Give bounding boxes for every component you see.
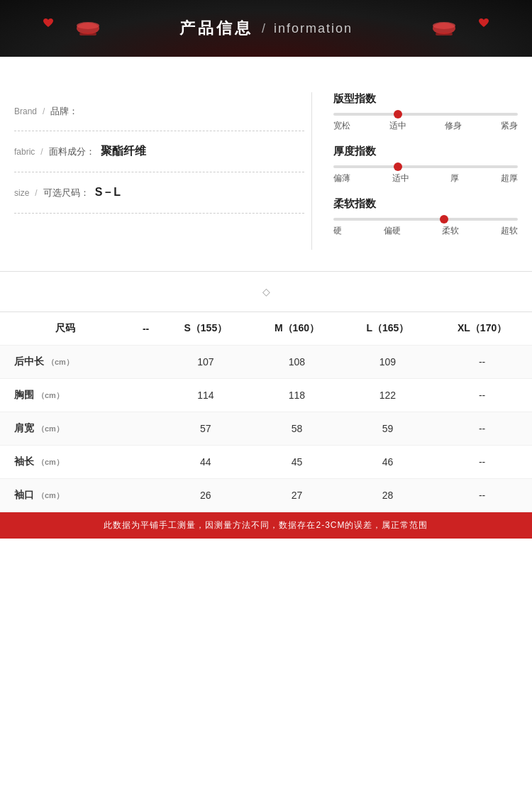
softness-label-0: 硬 xyxy=(333,225,342,237)
shape-label-1: 适中 xyxy=(389,120,406,132)
brand-label-en: Brand xyxy=(14,106,37,116)
shape-slider-labels: 宽松 适中 修身 紧身 xyxy=(333,120,518,132)
banner-deco-left xyxy=(43,18,101,38)
softness-label-3: 超软 xyxy=(501,225,518,237)
col-header-size: 尺码 xyxy=(0,312,131,346)
row-l-3: 46 xyxy=(343,446,432,479)
row-xl-3: -- xyxy=(432,446,532,479)
svg-point-4 xyxy=(433,22,455,29)
row-m-1: 118 xyxy=(250,379,343,412)
row-l-1: 122 xyxy=(343,379,432,412)
fabric-label-en: fabric xyxy=(14,147,35,157)
thickness-slider-thumb xyxy=(394,162,402,171)
shape-slider-thumb xyxy=(394,110,402,118)
row-s-0: 107 xyxy=(161,346,251,379)
title-en: information xyxy=(274,21,353,36)
row-name-2: 肩宽 （cm） xyxy=(0,412,131,446)
row-s-4: 26 xyxy=(161,479,251,512)
row-dash-2 xyxy=(131,412,161,446)
table-row: 袖长 （cm） 44 45 46 -- xyxy=(0,446,532,479)
size-row: size / 可选尺码： S－L xyxy=(14,172,304,214)
left-panel: Brand / 品牌： fabric / 面料成分： 聚酯纤维 size / 可… xyxy=(14,92,312,250)
row-dash-0 xyxy=(131,346,161,379)
table-row: 袖口 （cm） 26 27 28 -- xyxy=(0,479,532,512)
thickness-label-3: 超厚 xyxy=(501,172,518,184)
row-xl-0: -- xyxy=(432,346,532,379)
right-panel: 版型指数 宽松 适中 修身 紧身 厚度指数 偏薄 适中 厚 超厚 xyxy=(326,92,518,250)
footer-notice-text: 此数据为平铺手工测量，因测量方法不同，数据存在2-3CM的误差，属正常范围 xyxy=(104,520,428,530)
svg-point-1 xyxy=(77,22,99,29)
softness-slider-labels: 硬 偏硬 柔软 超软 xyxy=(333,225,518,237)
heart-icon-left1 xyxy=(43,18,54,28)
row-l-4: 28 xyxy=(343,479,432,512)
col-header-s: S（155） xyxy=(161,312,251,346)
shape-label-3: 紧身 xyxy=(501,120,518,132)
row-m-0: 108 xyxy=(250,346,343,379)
row-s-3: 44 xyxy=(161,446,251,479)
row-name-3: 袖长 （cm） xyxy=(0,446,131,479)
footer-notice: 此数据为平铺手工测量，因测量方法不同，数据存在2-3CM的误差，属正常范围 xyxy=(0,512,532,539)
row-m-3: 45 xyxy=(250,446,343,479)
svg-rect-2 xyxy=(79,33,96,35)
thickness-label-0: 偏薄 xyxy=(333,172,350,184)
brand-slash: / xyxy=(43,106,45,116)
shape-index-title: 版型指数 xyxy=(333,92,518,106)
size-value: S－L xyxy=(95,185,121,200)
divider-section: ◇ xyxy=(0,271,532,311)
softness-slider-thumb xyxy=(440,215,448,224)
softness-slider-track xyxy=(333,218,518,221)
size-label-en: size xyxy=(14,188,29,198)
banner-deco-right xyxy=(431,18,489,38)
shape-label-2: 修身 xyxy=(445,120,462,132)
size-slash: / xyxy=(35,188,37,198)
brand-label-cn: 品牌： xyxy=(50,105,78,118)
header-banner: 产品信息 / information xyxy=(0,0,532,57)
size-table: 尺码 -- S（155） M（160） L（165） XL（170） 后中长 （… xyxy=(0,311,532,512)
col-header-m: M（160） xyxy=(250,312,343,346)
svg-rect-5 xyxy=(436,33,453,35)
row-dash-3 xyxy=(131,446,161,479)
bowl-icon-right xyxy=(431,18,457,38)
thickness-slider-labels: 偏薄 适中 厚 超厚 xyxy=(333,172,518,184)
fabric-row: fabric / 面料成分： 聚酯纤维 xyxy=(14,131,304,172)
row-dash-1 xyxy=(131,379,161,412)
fabric-label-cn: 面料成分： xyxy=(49,145,95,158)
col-header-l: L（165） xyxy=(343,312,432,346)
table-row: 胸围 （cm） 114 118 122 -- xyxy=(0,379,532,412)
row-l-0: 109 xyxy=(343,346,432,379)
thickness-index-title: 厚度指数 xyxy=(333,145,518,158)
title-sep: / xyxy=(262,21,265,36)
row-name-0: 后中长 （cm） xyxy=(0,346,131,379)
row-s-1: 114 xyxy=(161,379,251,412)
banner-title: 产品信息 / information xyxy=(179,18,353,39)
softness-index-title: 柔软指数 xyxy=(333,197,518,211)
heart-icon-right1 xyxy=(478,18,489,28)
table-header-row: 尺码 -- S（155） M（160） L（165） XL（170） xyxy=(0,312,532,346)
row-name-4: 袖口 （cm） xyxy=(0,479,131,512)
col-header-dash: -- xyxy=(131,312,161,346)
thickness-label-1: 适中 xyxy=(392,172,409,184)
bowl-icon-left xyxy=(75,18,101,38)
fabric-value: 聚酯纤维 xyxy=(101,144,146,159)
size-label-cn: 可选尺码： xyxy=(43,187,89,199)
white-gap xyxy=(0,57,532,92)
thickness-slider-track xyxy=(333,165,518,168)
brand-row: Brand / 品牌： xyxy=(14,92,304,131)
row-name-1: 胸围 （cm） xyxy=(0,379,131,412)
fabric-slash: / xyxy=(40,147,43,157)
diamond-icon: ◇ xyxy=(262,286,270,297)
softness-label-1: 偏硬 xyxy=(384,225,401,237)
row-xl-1: -- xyxy=(432,379,532,412)
row-m-2: 58 xyxy=(250,412,343,446)
softness-label-2: 柔软 xyxy=(442,225,459,237)
row-s-2: 57 xyxy=(161,412,251,446)
row-xl-4: -- xyxy=(432,479,532,512)
row-xl-2: -- xyxy=(432,412,532,446)
shape-label-0: 宽松 xyxy=(333,120,350,132)
shape-index-block: 版型指数 宽松 适中 修身 紧身 xyxy=(333,92,518,132)
shape-slider-track xyxy=(333,113,518,116)
table-row: 肩宽 （cm） 57 58 59 -- xyxy=(0,412,532,446)
title-cn: 产品信息 xyxy=(179,18,253,39)
row-dash-4 xyxy=(131,479,161,512)
col-header-xl: XL（170） xyxy=(432,312,532,346)
